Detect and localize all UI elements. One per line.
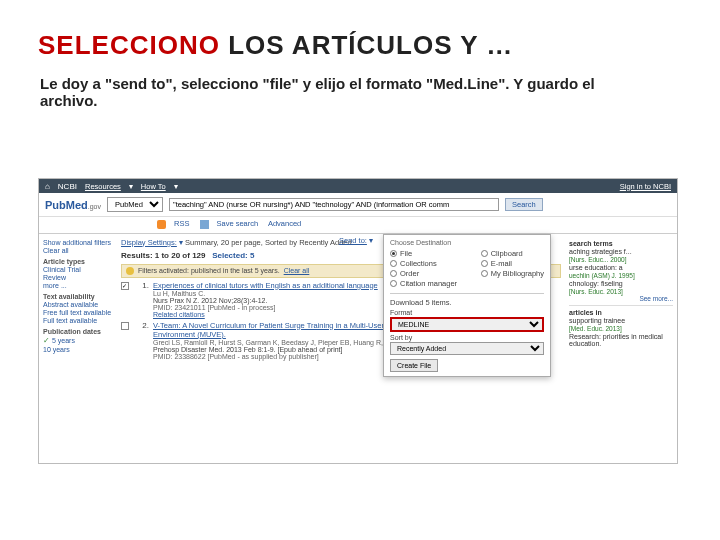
radio-icon bbox=[390, 250, 397, 257]
show-filters-link[interactable]: Show additional filters bbox=[43, 239, 113, 246]
dest-file-radio[interactable]: File bbox=[390, 249, 457, 258]
title-rest: LOS ARTÍCULOS Y … bbox=[220, 30, 513, 60]
send-to-popup: Choose Destination File Collections Orde… bbox=[383, 234, 551, 377]
save-search-link[interactable]: Save search bbox=[217, 219, 259, 228]
dest-email-radio[interactable]: E-mail bbox=[481, 259, 544, 268]
filter-heading: Article types bbox=[43, 258, 113, 265]
chevron-down-icon: ▾ bbox=[369, 236, 373, 245]
search-input[interactable] bbox=[169, 198, 499, 211]
filter-sidebar: Show additional filters Clear all Articl… bbox=[39, 234, 117, 367]
chevron-down-icon: ▾ bbox=[179, 238, 183, 247]
ncbi-label: NCBI bbox=[58, 182, 77, 191]
right-heading: articles in bbox=[569, 309, 673, 316]
dest-collections-radio[interactable]: Collections bbox=[390, 259, 457, 268]
popup-heading: Choose Destination bbox=[390, 239, 544, 246]
signin-link[interactable]: Sign in to NCBI bbox=[620, 182, 671, 191]
pubmed-screenshot: ⌂ NCBI Resources ▾ How To ▾ Sign in to N… bbox=[38, 178, 678, 464]
chevron-down-icon: ▾ bbox=[129, 182, 133, 191]
check-icon: ✓ bbox=[43, 336, 50, 345]
filter-item[interactable]: Clinical Trial bbox=[43, 266, 113, 273]
format-select[interactable]: MEDLINE bbox=[390, 317, 544, 332]
chevron-down-icon: ▾ bbox=[174, 182, 178, 191]
result-number: 2. bbox=[133, 321, 149, 360]
dest-citation-radio[interactable]: Citation manager bbox=[390, 279, 457, 288]
radio-icon bbox=[481, 260, 488, 267]
filter-heading: Publication dates bbox=[43, 328, 113, 335]
related-item[interactable]: urse education: a bbox=[569, 264, 673, 271]
results-area: Display Settings: ▾ Summary, 20 per page… bbox=[117, 234, 565, 367]
related-item[interactable]: chnology: fiseling bbox=[569, 280, 673, 287]
filter-item-active[interactable]: ✓ 5 years bbox=[43, 336, 113, 345]
radio-icon bbox=[390, 280, 397, 287]
result-number: 1. bbox=[133, 281, 149, 318]
pubmed-logo: PubMed.gov bbox=[45, 199, 101, 211]
save-icon bbox=[200, 220, 209, 229]
title-accent: SELECCIONO bbox=[38, 30, 220, 60]
related-item[interactable]: aching strategies f... bbox=[569, 248, 673, 255]
howto-link[interactable]: How To bbox=[141, 182, 166, 191]
search-tools: RSS Save search Advanced bbox=[39, 217, 677, 234]
related-source: uechlin (ASM) J. 1995] bbox=[569, 272, 673, 279]
sort-select[interactable]: Recently Added bbox=[390, 342, 544, 355]
related-source: [Nurs. Educ... 2000] bbox=[569, 256, 673, 263]
format-label: Format bbox=[390, 309, 544, 316]
ncbi-topbar: ⌂ NCBI Resources ▾ How To ▾ Sign in to N… bbox=[39, 179, 677, 193]
dest-clipboard-radio[interactable]: Clipboard bbox=[481, 249, 544, 258]
filter-item[interactable]: Full text available bbox=[43, 317, 113, 324]
rss-link[interactable]: RSS bbox=[174, 219, 189, 228]
search-button[interactable]: Search bbox=[505, 198, 543, 211]
related-source: [Med. Educ. 2013] bbox=[569, 325, 673, 332]
slide-title: SELECCIONO LOS ARTÍCULOS Y … bbox=[0, 0, 720, 61]
sort-label: Sort by bbox=[390, 334, 544, 341]
filter-item[interactable]: Free full text available bbox=[43, 309, 113, 316]
display-settings-link[interactable]: Display Settings: ▾ Summary, 20 per page… bbox=[121, 238, 352, 247]
radio-icon bbox=[390, 270, 397, 277]
filter-heading: Text availability bbox=[43, 293, 113, 300]
clear-all-link[interactable]: Clear all bbox=[43, 247, 113, 254]
related-source: [Nurs. Educ. 2013] bbox=[569, 288, 673, 295]
filter-item[interactable]: Review bbox=[43, 274, 113, 281]
radio-icon bbox=[390, 260, 397, 267]
filter-item[interactable]: Abstract available bbox=[43, 301, 113, 308]
right-heading: search terms bbox=[569, 240, 673, 247]
related-item[interactable]: Research: priorities in medical educatio… bbox=[569, 333, 673, 347]
download-count: Download 5 items. bbox=[390, 298, 544, 307]
resources-link[interactable]: Resources bbox=[85, 182, 121, 191]
result-checkbox[interactable] bbox=[121, 322, 129, 330]
radio-icon bbox=[481, 250, 488, 257]
create-file-button[interactable]: Create File bbox=[390, 359, 438, 372]
radio-icon bbox=[481, 270, 488, 277]
dest-order-radio[interactable]: Order bbox=[390, 269, 457, 278]
see-more-link[interactable]: See more... bbox=[569, 295, 673, 302]
result-checkbox[interactable] bbox=[121, 282, 129, 290]
dest-bibliography-radio[interactable]: My Bibliography bbox=[481, 269, 544, 278]
search-header: PubMed.gov PubMed Search bbox=[39, 193, 677, 217]
filter-item[interactable]: 10 years bbox=[43, 346, 113, 353]
rss-icon bbox=[157, 220, 166, 229]
right-sidebar: search terms aching strategies f... [Nur… bbox=[565, 234, 677, 367]
advanced-link[interactable]: Advanced bbox=[268, 219, 301, 228]
clear-filters-link[interactable]: Clear all bbox=[284, 267, 310, 274]
database-select[interactable]: PubMed bbox=[107, 197, 163, 212]
send-to-link[interactable]: Send to: ▾ bbox=[339, 236, 373, 245]
ncbi-logo-icon: ⌂ bbox=[45, 182, 50, 191]
slide-body-text: Le doy a "send to", selecciono "file" y … bbox=[0, 61, 650, 109]
related-item[interactable]: supporting trainee bbox=[569, 317, 673, 324]
filter-item[interactable]: more ... bbox=[43, 282, 113, 289]
info-icon bbox=[126, 267, 134, 275]
